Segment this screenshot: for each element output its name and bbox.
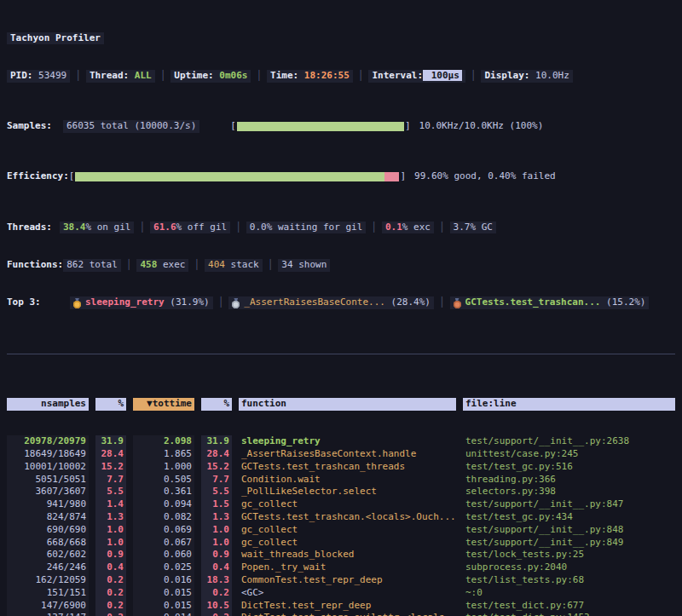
table-row[interactable]: 151/1510.20.0150.2<GC>~:0 xyxy=(7,587,675,600)
tottime-cell: 0.069 xyxy=(133,524,194,537)
top3-item: sleeping_retry (31.9%) xyxy=(70,296,213,309)
samples-label: Samples: xyxy=(7,120,60,133)
status-stat-value: 100µs xyxy=(423,70,462,81)
table-row[interactable]: 941/9801.40.0941.5gc_collecttest/support… xyxy=(7,498,675,511)
nsamples-cell: 151/151 xyxy=(7,587,89,600)
function-cell: DictTest.test_store_evilattr.<locals... xyxy=(239,612,456,616)
function-cell: gc_collect xyxy=(239,524,456,537)
table-row[interactable]: 20978/2097931.92.09831.9sleeping_retryte… xyxy=(7,435,675,448)
nsamples-cell: 20978/20979 xyxy=(7,435,89,448)
direct-pct-cell: 0.2 xyxy=(95,612,126,616)
column-header-tottime[interactable]: ▼tottime xyxy=(133,398,194,411)
stat-number: 458 xyxy=(140,259,157,270)
top3-line: Top 3:sleeping_retry (31.9%)│_AssertRais… xyxy=(7,296,682,309)
direct-pct-cell: 31.9 xyxy=(95,435,126,448)
samples-value: 66035 total (10000.3/s) xyxy=(63,120,199,133)
stat-number: 0.0 xyxy=(250,222,267,233)
cumulative-pct-cell: 7.7 xyxy=(201,474,232,486)
tottime-cell: 1.865 xyxy=(133,448,194,461)
direct-pct-cell: 0.2 xyxy=(95,600,126,613)
table-row[interactable]: 10001/1000215.21.00015.2GCTests.test_tra… xyxy=(7,461,675,474)
nsamples-cell: 941/980 xyxy=(7,498,89,511)
nsamples-cell: 3607/3607 xyxy=(7,486,89,498)
function-cell: CommonTest.test_repr_deep xyxy=(239,574,456,587)
status-stat: PID: 53499 xyxy=(7,70,70,83)
header-table-divider xyxy=(7,354,675,354)
efficiency-text: 99.60% good, 0.40% failed xyxy=(414,170,556,183)
stat-number: 0.1 xyxy=(385,222,402,233)
status-stat: Thread: ALL xyxy=(86,70,155,83)
silver-medal-icon xyxy=(232,298,240,308)
direct-pct-cell: 1.0 xyxy=(95,524,126,537)
stat-chunk: 0.1% exc xyxy=(382,222,434,234)
file-line-cell: test/support/__init__.py:849 xyxy=(463,537,675,550)
table-row[interactable]: 690/6901.00.0691.0gc_collecttest/support… xyxy=(7,524,675,537)
table-row[interactable]: 3607/36075.50.3615.5_PollLikeSelector.se… xyxy=(7,486,675,498)
table-row[interactable]: 602/6020.90.0600.9wait_threads_blockedte… xyxy=(7,549,675,561)
nsamples-cell: 10001/10002 xyxy=(7,461,89,474)
table-row[interactable]: 147/69000.20.01510.5DictTest.test_repr_d… xyxy=(7,600,675,613)
cumulative-pct-cell: 0.2 xyxy=(201,587,232,600)
table-row[interactable]: 246/2460.40.0250.4Popen._try_waitsubproc… xyxy=(7,561,675,574)
stat-chunk: 0.0% waiting for gil xyxy=(246,222,366,234)
samples-bar-open-bracket: [ xyxy=(230,120,236,133)
tottime-cell: 0.082 xyxy=(133,511,194,524)
separator-icon: │ xyxy=(434,222,450,234)
top3-percentage: (28.4%) xyxy=(385,296,431,309)
file-line-cell: test/test_dict.py:1453 xyxy=(463,612,675,616)
table-row[interactable]: 824/8741.30.0821.3GCTests.test_trashcan.… xyxy=(7,511,675,524)
nsamples-cell: 137/147 xyxy=(7,612,89,616)
function-cell: GCTests.test_trashcan.<locals>.Ouch.... xyxy=(239,511,456,524)
efficiency-line: Efficiency:[] 99.60% good, 0.40% failed xyxy=(7,170,682,183)
stat-chunk: 61.6% off gil xyxy=(150,222,230,234)
status-stat-value: 10.0Hz xyxy=(529,70,569,81)
stat-chunk: 38.4% on gil xyxy=(60,222,134,234)
file-line-cell: test/support/__init__.py:2638 xyxy=(463,435,675,448)
status-stat: Time: 18:26:55 xyxy=(267,70,353,83)
column-header-[interactable]: % xyxy=(201,398,232,411)
stat-number: 61.6 xyxy=(153,222,176,233)
samples-line: Samples: 66035 total (10000.3/s) [] 10.0… xyxy=(7,120,682,133)
file-line-cell: test/test_gc.py:516 xyxy=(463,461,675,474)
cumulative-pct-cell: 1.0 xyxy=(201,524,232,537)
column-header-function[interactable]: function xyxy=(239,398,456,411)
direct-pct-cell: 0.2 xyxy=(95,587,126,600)
tachyon-profiler-terminal: Tachyon Profiler PID: 53499│Thread: ALL│… xyxy=(0,0,682,616)
samples-rate-bar xyxy=(237,122,404,131)
direct-pct-cell: 0.2 xyxy=(95,574,126,587)
stat-unit: % exc xyxy=(402,222,431,233)
function-cell: _PollLikeSelector.select xyxy=(239,486,456,498)
column-header-[interactable]: % xyxy=(95,398,126,411)
table-row[interactable]: 137/1470.20.0140.2DictTest.test_store_ev… xyxy=(7,612,675,616)
samples-bar-close-bracket: ] xyxy=(405,120,411,133)
separator-icon: │ xyxy=(155,70,171,83)
table-row[interactable]: 162/120590.20.01618.3CommonTest.test_rep… xyxy=(7,574,675,587)
stat-chunk: 458 exec xyxy=(136,259,188,272)
file-line-cell: test/lock_tests.py:25 xyxy=(463,549,675,561)
function-cell: wait_threads_blocked xyxy=(239,549,456,561)
status-stat-value: 53499 xyxy=(33,70,67,81)
column-header-nsamples[interactable]: nsamples xyxy=(7,398,89,411)
table-row[interactable]: 5051/50517.70.5057.7Condition.waitthread… xyxy=(7,474,675,486)
file-line-cell: ~:0 xyxy=(463,587,675,600)
function-cell: Popen._try_wait xyxy=(239,561,456,574)
nsamples-cell: 162/12059 xyxy=(7,574,89,587)
table-row[interactable]: 668/6681.00.0671.0gc_collecttest/support… xyxy=(7,537,675,550)
function-cell: <GC> xyxy=(239,587,456,600)
status-stat-label: Thread: xyxy=(90,70,129,81)
cumulative-pct-cell: 10.5 xyxy=(201,600,232,613)
table-row[interactable]: 18649/1864928.41.86528.4_AssertRaisesBas… xyxy=(7,448,675,461)
stat-unit: % waiting for gil xyxy=(267,222,363,233)
direct-pct-cell: 15.2 xyxy=(95,461,126,474)
stat-unit: % on gil xyxy=(86,222,131,233)
column-header-fileline[interactable]: file:line xyxy=(463,398,675,411)
stat-chunk: 34 shown xyxy=(278,259,330,272)
stat-number: 34 xyxy=(281,259,292,270)
direct-pct-cell: 5.5 xyxy=(95,486,126,498)
direct-pct-cell: 1.0 xyxy=(95,537,126,550)
file-line-cell: test/test_dict.py:677 xyxy=(463,600,675,613)
nsamples-cell: 18649/18649 xyxy=(7,448,89,461)
separator-icon: │ xyxy=(263,259,279,272)
status-stat: Interval: 100µs xyxy=(368,70,465,83)
nsamples-cell: 668/668 xyxy=(7,537,89,550)
